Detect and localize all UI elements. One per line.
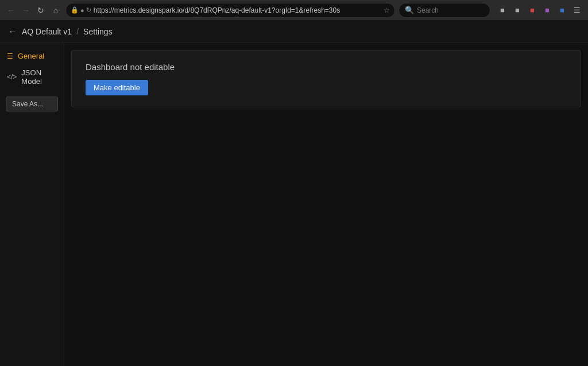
sidebar-item-general[interactable]: ☰ General [0,48,64,64]
search-input[interactable] [417,6,484,14]
code-icon: </> [7,73,17,81]
forward-button[interactable]: → [20,4,32,17]
extension-button-3[interactable]: ■ [541,4,554,17]
refresh-small-icon: ↻ [86,6,91,14]
address-bar[interactable]: 🔒 ● ↻ https://metrics.designspark.io/d/8… [65,3,395,18]
sidebar-general-label: General [18,52,44,60]
address-text: https://metrics.designspark.io/d/8Q7dRQP… [94,6,381,14]
shield-icon: ● [80,7,84,14]
bookmark-star-icon[interactable]: ☆ [384,6,390,14]
main-panel: Dashboard not editable Make editable [64,43,588,366]
home-button[interactable]: ⌂ [49,4,62,17]
menu-button[interactable]: ☰ [571,4,583,17]
settings-panel: Dashboard not editable Make editable [71,50,581,107]
sidebar-bottom: Save As... [0,97,64,111]
nav-buttons: ← → ↻ ⌂ [5,4,62,17]
sidebar-item-json-model[interactable]: </> JSON Model [0,64,64,90]
main-layout: ☰ General </> JSON Model Save As... Dash… [0,43,588,366]
not-editable-text: Dashboard not editable [86,62,567,72]
browser-extensions: ■ ■ ■ ■ ■ ☰ [496,4,583,17]
extension-button-4[interactable]: ■ [556,4,568,17]
back-button[interactable]: ← [5,4,17,17]
search-icon: 🔍 [405,6,414,14]
breadcrumb-current-page: Settings [83,27,113,36]
breadcrumb-back-icon[interactable]: ← [8,26,17,37]
browser-window: ← → ↻ ⌂ 🔒 ● ↻ https://metrics.designspar… [0,0,588,366]
sidebar-json-model-label: JSON Model [21,68,57,86]
extension-button-1[interactable]: ■ [511,4,524,17]
lock-icon: 🔒 [71,6,79,14]
page-content: ← AQ Default v1 / Settings ☰ General </>… [0,21,588,366]
browser-toolbar: ← → ↻ ⌂ 🔒 ● ↻ https://metrics.designspar… [0,0,588,21]
make-editable-button[interactable]: Make editable [86,80,148,95]
breadcrumb-separator: / [76,27,79,36]
pocket-extension-button[interactable]: ■ [496,4,509,17]
sidebar: ☰ General </> JSON Model Save As... [0,43,64,366]
extension-button-2[interactable]: ■ [526,4,539,17]
reload-button[interactable]: ↻ [34,4,47,17]
bars-icon: ☰ [7,52,13,60]
save-as-button[interactable]: Save As... [6,97,58,111]
breadcrumb-dashboard-name: AQ Default v1 [22,27,72,36]
address-bar-icons: 🔒 ● ↻ [71,6,91,14]
search-bar[interactable]: 🔍 [399,3,490,18]
breadcrumb-bar: ← AQ Default v1 / Settings [0,21,588,43]
